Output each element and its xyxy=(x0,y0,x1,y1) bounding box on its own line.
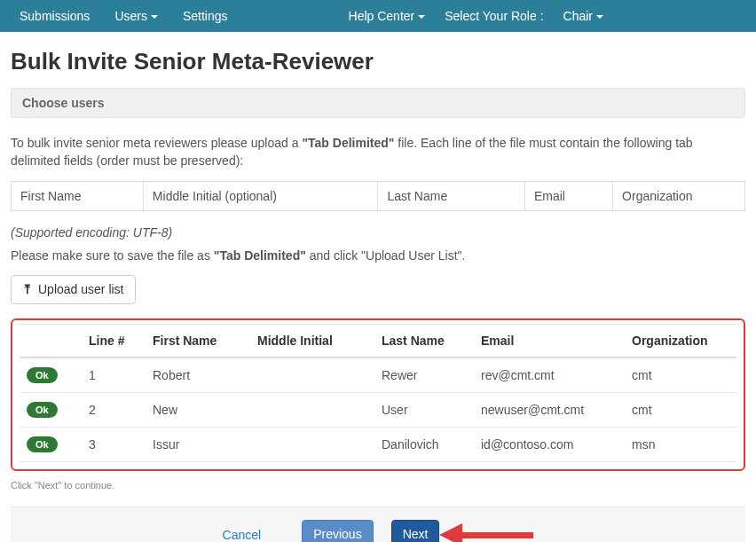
nav-users[interactable]: Users xyxy=(102,0,170,32)
th-last: Last Name xyxy=(374,325,474,358)
top-navbar: Submissions Users Settings Help Center S… xyxy=(0,0,756,32)
arrow-head-icon xyxy=(439,523,462,542)
cell-first: Issur xyxy=(146,428,250,462)
save-note-post: and click "Upload User List". xyxy=(306,248,466,263)
caret-icon xyxy=(418,15,425,19)
choose-users-heading: Choose users xyxy=(11,88,745,118)
cell-first: New xyxy=(146,393,250,428)
cancel-button[interactable]: Cancel xyxy=(223,528,262,542)
cell-email: rev@cmt.cmt xyxy=(474,357,625,393)
upload-button-label: Upload user list xyxy=(38,281,124,299)
upload-icon: ⤒ xyxy=(22,281,33,299)
caret-icon xyxy=(596,15,603,19)
field-middle-initial: Middle Initial (optional) xyxy=(143,181,378,210)
select-role-label: Select Your Role : xyxy=(437,9,550,23)
cell-line: 1 xyxy=(82,357,146,393)
field-email: Email xyxy=(524,181,612,210)
table-row: Ok 2 New User newuser@cmt.cmt cmt xyxy=(20,393,736,428)
arrow-line-icon xyxy=(462,532,533,538)
cell-email: id@contoso.com xyxy=(474,428,625,462)
cell-last: User xyxy=(374,393,474,428)
field-last-name: Last Name xyxy=(378,181,524,210)
instruction-pre: To bulk invite senior meta reviewers ple… xyxy=(11,136,302,150)
previous-button[interactable]: Previous xyxy=(302,520,373,542)
cell-last: Rewer xyxy=(374,357,474,393)
cell-middle xyxy=(250,393,374,428)
annotation-arrow xyxy=(445,526,533,542)
role-dropdown[interactable]: Chair xyxy=(551,0,616,32)
field-organization: Organization xyxy=(613,181,745,210)
role-label: Chair xyxy=(563,9,593,23)
nav-help-label: Help Center xyxy=(349,9,415,23)
nav-right: Help Center Select Your Role : Chair xyxy=(336,0,749,32)
cell-line: 2 xyxy=(82,393,146,428)
status-badge: Ok xyxy=(27,436,58,452)
nav-help-center[interactable]: Help Center xyxy=(336,0,438,32)
instruction-bold: "Tab Delimited" xyxy=(302,136,394,150)
th-middle: Middle Initial xyxy=(250,325,374,358)
cell-email: newuser@cmt.cmt xyxy=(474,393,625,428)
th-email: Email xyxy=(474,325,625,358)
th-status xyxy=(20,325,82,358)
status-badge: Ok xyxy=(27,367,58,383)
nav-submissions[interactable]: Submissions xyxy=(7,0,102,32)
cell-first: Robert xyxy=(146,357,250,393)
table-row: Ok 3 Issur Danilovich id@contoso.com msn xyxy=(20,428,736,462)
table-header-row: Line # First Name Middle Initial Last Na… xyxy=(20,325,736,358)
nav-settings[interactable]: Settings xyxy=(170,0,240,32)
next-button[interactable]: Next xyxy=(391,520,440,542)
cell-middle xyxy=(250,357,374,393)
save-note: Please make sure to save the file as "Ta… xyxy=(11,248,745,263)
th-org: Organization xyxy=(625,325,736,358)
cell-line: 3 xyxy=(82,428,146,462)
upload-user-list-button[interactable]: ⤒Upload user list xyxy=(11,275,136,305)
th-first: First Name xyxy=(146,325,250,358)
cell-middle xyxy=(250,428,374,462)
wizard-footer: Cancel Previous Next xyxy=(11,507,745,542)
table-row: Ok 1 Robert Rewer rev@cmt.cmt cmt xyxy=(20,357,736,393)
save-note-bold: "Tab Delimited" xyxy=(214,248,306,263)
cell-org: cmt xyxy=(625,357,736,393)
cell-org: msn xyxy=(625,428,736,462)
status-badge: Ok xyxy=(27,402,58,418)
table-row: First Name Middle Initial (optional) Las… xyxy=(12,181,745,210)
instruction-text: To bulk invite senior meta reviewers ple… xyxy=(11,134,745,170)
results-table: Line # First Name Middle Initial Last Na… xyxy=(20,324,736,462)
cell-org: cmt xyxy=(625,393,736,428)
nav-users-label: Users xyxy=(114,9,147,23)
continue-hint: Click "Next" to continue. xyxy=(11,480,745,491)
field-first-name: First Name xyxy=(12,181,144,210)
encoding-note: (Supported encoding: UTF-8) xyxy=(11,225,745,240)
save-note-pre: Please make sure to save the file as xyxy=(11,248,214,263)
fields-table: First Name Middle Initial (optional) Las… xyxy=(11,181,745,211)
th-line: Line # xyxy=(82,325,146,358)
cell-last: Danilovich xyxy=(374,428,474,462)
results-highlight: Line # First Name Middle Initial Last Na… xyxy=(11,318,745,471)
caret-icon xyxy=(151,15,158,19)
page-title: Bulk Invite Senior Meta-Reviewer xyxy=(11,48,745,75)
